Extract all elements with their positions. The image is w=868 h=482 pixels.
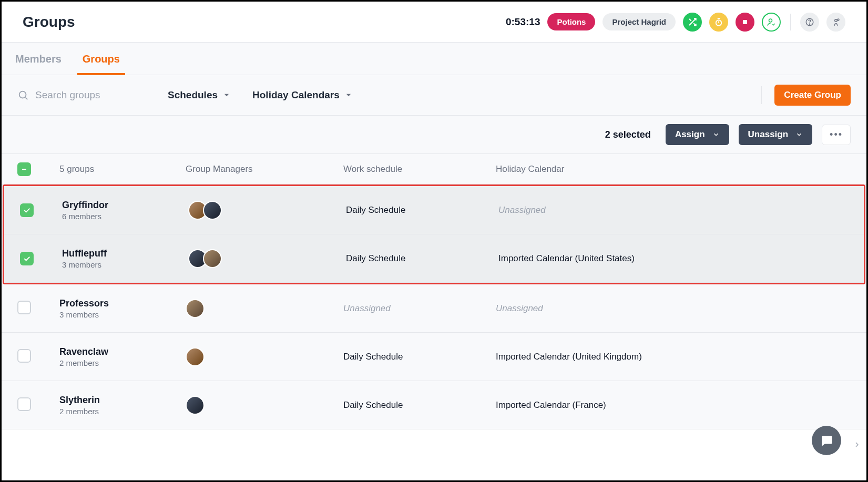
schedules-label: Schedules [168,89,218,101]
avatar [186,396,205,415]
chevron-down-icon [223,91,230,99]
tab-members[interactable]: Members [15,53,62,75]
stop-icon[interactable] [736,13,754,32]
action-bar: 2 selected Assign Unassign ••• [2,116,866,154]
svg-point-7 [19,91,26,98]
group-name: Hufflepuff [62,248,188,259]
row-checkbox[interactable] [17,349,31,363]
holiday-calendars-dropdown[interactable]: Holiday Calendars [244,86,361,104]
work-schedule-cell: Unassigned [343,303,496,314]
table-row[interactable]: Gryffindor6 membersDaily ScheduleUnassig… [4,186,864,234]
holidays-label: Holiday Calendars [252,89,340,101]
table-row[interactable]: Ravenclaw2 membersDaily ScheduleImported… [2,333,866,381]
avatar [203,201,222,220]
row-checkbox[interactable] [20,252,34,265]
svg-rect-1 [743,19,747,24]
select-all-checkbox[interactable] [17,162,31,176]
assign-label: Assign [675,129,705,140]
divider [790,14,791,30]
table-body: Gryffindor6 membersDaily ScheduleUnassig… [2,184,866,429]
assign-button[interactable]: Assign [666,124,729,145]
more-actions-button[interactable]: ••• [822,125,851,145]
manager-avatars[interactable] [186,299,343,318]
avatar [186,347,205,366]
chevron-down-icon [795,131,803,138]
col-schedule: Work schedule [343,164,496,175]
selected-count: 2 selected [605,129,651,140]
group-member-count: 6 members [62,212,188,221]
main-area: Members Groups Schedules Holiday Calenda… [2,43,866,429]
table-row[interactable]: Professors3 membersUnassignedUnassigned [2,284,866,333]
tabs: Members Groups [2,43,866,75]
group-name: Professors [59,298,186,309]
create-group-button[interactable]: Create Group [774,85,851,106]
stopwatch-icon[interactable] [709,13,728,32]
avatar [203,249,222,268]
divider [761,86,762,104]
row-checkbox[interactable] [20,203,34,217]
unassign-label: Unassign [748,129,789,140]
settings-icon[interactable] [826,13,845,32]
avatar [186,299,205,318]
unassign-button[interactable]: Unassign [739,124,813,145]
highlighted-selection: Gryffindor6 membersDaily ScheduleUnassig… [3,184,865,284]
svg-point-6 [838,19,839,20]
active-task-pill[interactable]: Potions [547,13,595,30]
help-icon[interactable] [800,13,819,32]
manager-avatars[interactable] [188,249,346,268]
holiday-calendar-cell: Unassigned [498,205,848,216]
chevron-down-icon [712,131,720,138]
work-schedule-cell: Daily Schedule [343,352,496,362]
timer: 0:53:13 [506,16,540,28]
group-member-count: 3 members [62,260,188,269]
group-member-count: 2 members [59,358,186,367]
col-groups: 5 groups [59,164,186,175]
row-checkbox[interactable] [17,397,31,411]
svg-point-2 [769,19,772,22]
work-schedule-cell: Daily Schedule [346,205,498,216]
user-check-icon[interactable] [762,13,781,32]
holiday-calendar-cell: Imported Calendar (United States) [498,253,848,264]
search-icon [17,89,29,101]
schedules-dropdown[interactable]: Schedules [159,86,239,104]
work-schedule-cell: Daily Schedule [346,253,498,264]
manager-avatars[interactable] [186,396,343,415]
group-name: Slytherin [59,395,186,406]
shuffle-icon[interactable] [683,13,702,32]
holiday-calendar-cell: Unassigned [496,303,851,314]
header-right: 0:53:13 Potions Project Hagrid [506,13,845,32]
svg-point-5 [835,19,838,22]
group-name: Ravenclaw [59,346,186,357]
table-row[interactable]: Slytherin2 membersDaily ScheduleImported… [2,381,866,429]
search-wrap [17,89,154,101]
col-managers: Group Managers [186,164,343,175]
group-name: Gryffindor [62,200,188,211]
project-pill[interactable]: Project Hagrid [603,13,676,30]
manager-avatars[interactable] [186,347,343,366]
row-checkbox[interactable] [17,301,31,314]
manager-avatars[interactable] [188,201,346,220]
table-header: 5 groups Group Managers Work schedule Ho… [2,154,866,184]
holiday-calendar-cell: Imported Calendar (United Kingdom) [496,352,851,362]
side-caret-icon[interactable] [853,440,861,449]
search-input[interactable] [35,89,140,101]
col-holiday: Holiday Calendar [496,164,851,175]
chat-fab[interactable] [812,426,841,455]
table-row[interactable]: Hufflepuff3 membersDaily ScheduleImporte… [4,234,864,283]
group-member-count: 2 members [59,407,186,416]
filter-bar: Schedules Holiday Calendars Create Group [2,75,866,116]
header-bar: Groups 0:53:13 Potions Project Hagrid [2,2,866,43]
page-title: Groups [23,14,75,30]
work-schedule-cell: Daily Schedule [343,400,496,411]
svg-point-4 [809,24,810,24]
tab-groups[interactable]: Groups [83,53,120,75]
chevron-down-icon [345,91,352,99]
group-member-count: 3 members [59,310,186,319]
holiday-calendar-cell: Imported Calendar (France) [496,400,851,411]
